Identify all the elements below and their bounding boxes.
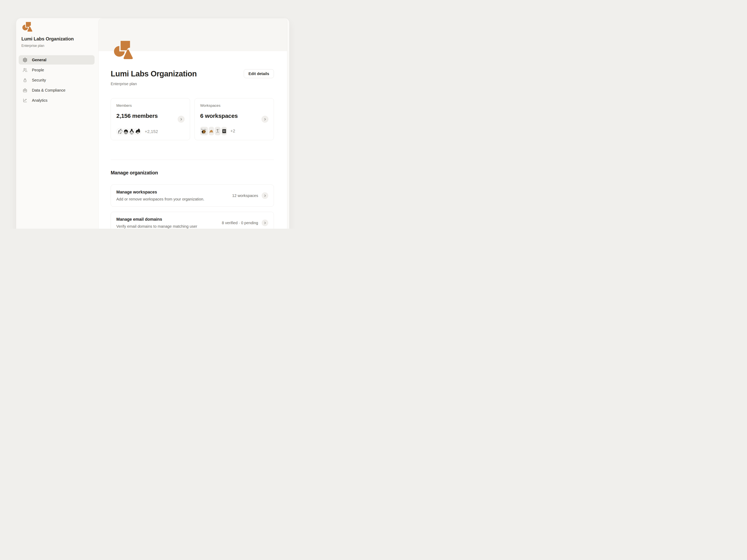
sparkler-icon — [222, 127, 227, 135]
gear-icon — [23, 58, 27, 62]
members-card[interactable]: Members 2,156 members — [111, 98, 190, 140]
camel-icon — [209, 127, 214, 135]
sidebar-plan-label: Enterprise plan — [21, 44, 44, 48]
fencer-icon — [215, 127, 221, 135]
row-description: Verify email domains to manage matching … — [116, 224, 197, 229]
row-title: Manage workspaces — [116, 190, 204, 195]
sidebar-item-data-compliance[interactable]: Data & Compliance — [19, 85, 95, 95]
manage-workspaces-row[interactable]: Manage workspaces Add or remove workspac… — [111, 185, 274, 207]
plan-label: Enterprise plan — [111, 82, 274, 86]
lock-icon — [23, 78, 27, 83]
workspaces-chevron-button[interactable] — [261, 116, 268, 123]
section-divider — [111, 160, 274, 160]
manage-rows: Manage workspaces Add or remove workspac… — [111, 185, 274, 229]
manage-organization-heading: Manage organization — [111, 170, 274, 176]
main-panel: Lumi Labs Organization Edit details Ente… — [98, 18, 287, 229]
organization-settings-screen: Lumi Labs Organization Enterprise plan G… — [0, 0, 305, 229]
chevron-right-icon — [263, 221, 267, 224]
sidebar-item-label: Security — [32, 78, 46, 82]
bee-icon — [200, 127, 208, 135]
workspace-icons — [200, 127, 227, 135]
workspaces-card-label: Workspaces — [200, 103, 268, 108]
chart-line-icon — [23, 98, 27, 103]
sidebar-item-security[interactable]: Security — [19, 76, 95, 85]
lumi-labs-logo — [114, 41, 135, 59]
lumi-labs-logo — [22, 22, 33, 32]
app-window: Lumi Labs Organization Enterprise plan G… — [16, 18, 289, 229]
chevron-right-icon — [263, 194, 267, 197]
manage-email-domains-row[interactable]: Manage email domains Verify email domain… — [111, 212, 274, 229]
row-meta: 12 workspaces — [232, 193, 258, 198]
workspaces-count: 6 workspaces — [200, 113, 268, 119]
sidebar-org-name: Lumi Labs Organization — [21, 36, 74, 42]
sidebar-nav: General People — [19, 55, 95, 105]
page-title: Lumi Labs Organization — [111, 69, 197, 78]
chevron-right-icon — [263, 118, 267, 121]
sidebar-item-label: General — [32, 58, 46, 62]
workspaces-overflow-count: +2 — [230, 129, 235, 134]
sidebar-item-label: Analytics — [32, 98, 48, 103]
member-avatars — [116, 128, 141, 135]
members-count: 2,156 members — [116, 113, 184, 119]
sidebar-item-people[interactable]: People — [19, 65, 95, 75]
row-description: Add or remove workspaces from your organ… — [116, 197, 204, 202]
sidebar-item-analytics[interactable]: Analytics — [19, 96, 95, 105]
avatar-ponytail-icon — [134, 128, 141, 135]
sidebar-item-general[interactable]: General — [19, 55, 95, 64]
sidebar-item-label: People — [32, 68, 44, 72]
manage-email-domains-chevron-button[interactable] — [262, 219, 268, 226]
workspaces-card[interactable]: Workspaces 6 workspaces — [195, 98, 274, 140]
stat-cards: Members 2,156 members — [111, 98, 274, 140]
edit-details-button[interactable]: Edit details — [244, 69, 274, 78]
sidebar-item-label: Data & Compliance — [32, 88, 66, 92]
users-icon — [23, 68, 27, 73]
manage-workspaces-chevron-button[interactable] — [262, 192, 268, 199]
briefcase-icon — [23, 88, 27, 93]
row-meta: 8 verified · 0 pending — [222, 221, 258, 225]
row-title: Manage email domains — [116, 217, 197, 222]
chevron-right-icon — [180, 118, 183, 121]
members-card-label: Members — [116, 103, 184, 108]
sidebar: Lumi Labs Organization Enterprise plan G… — [16, 18, 98, 229]
members-overflow-count: +2,152 — [145, 129, 158, 134]
members-chevron-button[interactable] — [178, 116, 185, 123]
